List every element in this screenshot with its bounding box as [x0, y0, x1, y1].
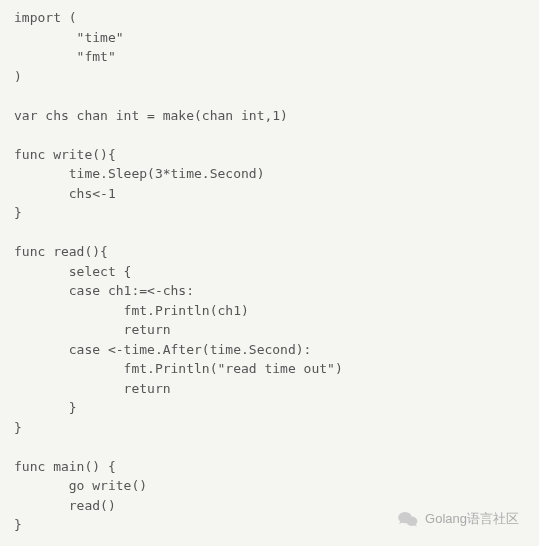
code-line: case <-time.After(time.Second): [14, 342, 311, 357]
code-line: read() [14, 498, 116, 513]
code-line: "fmt" [14, 49, 116, 64]
code-line: } [14, 400, 77, 415]
wechat-icon [397, 510, 419, 528]
code-line: ) [14, 69, 22, 84]
watermark: Golang语言社区 [397, 510, 519, 528]
code-line: func main() { [14, 459, 116, 474]
code-line: } [14, 205, 22, 220]
code-line: import ( [14, 10, 77, 25]
code-line: go write() [14, 478, 147, 493]
code-line: "time" [14, 30, 124, 45]
code-block: import ( "time" "fmt" ) var chs chan int… [0, 0, 539, 543]
code-line: chs<-1 [14, 186, 116, 201]
code-line: case ch1:=<-chs: [14, 283, 194, 298]
code-line: var chs chan int = make(chan int,1) [14, 108, 288, 123]
code-line: select { [14, 264, 131, 279]
code-line: return [14, 381, 171, 396]
code-line: return [14, 322, 171, 337]
code-line: func write(){ [14, 147, 116, 162]
code-line: fmt.Println("read time out") [14, 361, 343, 376]
watermark-text: Golang语言社区 [425, 510, 519, 528]
code-line: fmt.Println(ch1) [14, 303, 249, 318]
code-line: time.Sleep(3*time.Second) [14, 166, 264, 181]
code-line: func read(){ [14, 244, 108, 259]
code-line: } [14, 420, 22, 435]
code-line: } [14, 517, 22, 532]
